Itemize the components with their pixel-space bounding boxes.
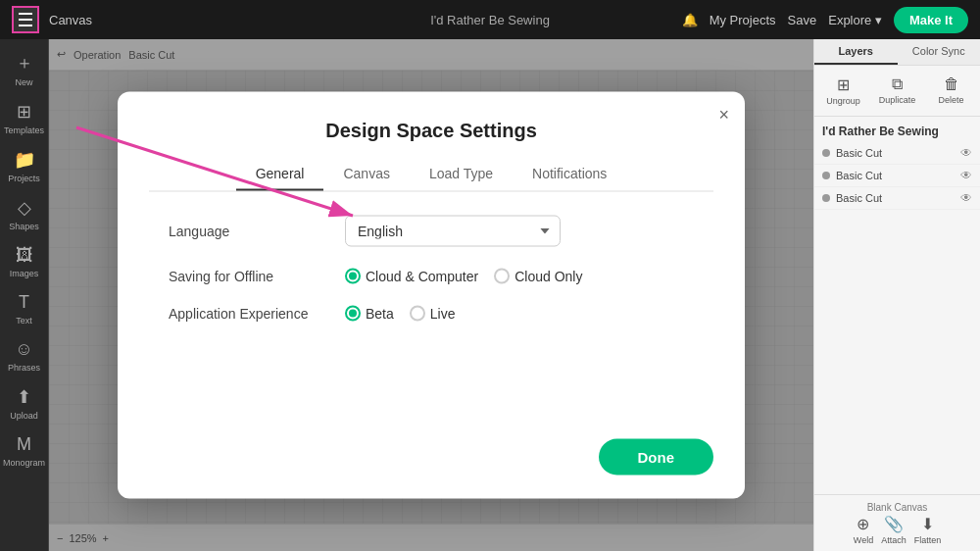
beta-label: Beta: [366, 306, 394, 322]
topbar-right: 🔔 My Projects Save Explore ▾ Make It: [682, 7, 968, 33]
eye-icon-1[interactable]: 👁: [960, 146, 972, 160]
projects-icon: 📁: [14, 149, 35, 171]
monogram-icon: M: [17, 434, 31, 455]
topbar-left: Canvas: [12, 6, 92, 33]
tab-notifications[interactable]: Notifications: [513, 158, 626, 191]
eye-icon-2[interactable]: 👁: [960, 169, 972, 182]
topbar: Canvas I'd Rather Be Sewing 🔔 My Project…: [0, 0, 980, 39]
cloud-only-option[interactable]: Cloud Only: [494, 269, 582, 284]
right-sidebar-actions: ⊞ Ungroup ⧉ Duplicate 🗑 Delete: [814, 66, 980, 117]
app-title: Canvas: [49, 13, 92, 27]
templates-icon: ⊞: [17, 101, 31, 123]
ungroup-button[interactable]: ⊞ Ungroup: [818, 72, 868, 110]
app-experience-control: Beta Live: [345, 306, 456, 322]
cloud-only-label: Cloud Only: [514, 269, 582, 284]
flatten-icon: ⬇: [921, 515, 934, 533]
make-it-button[interactable]: Make It: [894, 7, 968, 33]
app-experience-label: Application Experience: [169, 306, 345, 322]
done-button[interactable]: Done: [599, 439, 714, 476]
save-link[interactable]: Save: [788, 13, 817, 27]
hamburger-button[interactable]: [12, 6, 39, 33]
saving-offline-control: Cloud & Computer Cloud Only: [345, 269, 582, 284]
tab-general[interactable]: General: [236, 158, 324, 191]
live-radio[interactable]: [410, 306, 425, 322]
right-sidebar-bottom: Blank Canvas ⊕ Weld 📎 Attach ⬇ Flatten: [814, 494, 980, 551]
flatten-button[interactable]: ⬇ Flatten: [914, 515, 942, 545]
my-projects-link[interactable]: My Projects: [710, 13, 776, 27]
images-icon: 🖼: [16, 245, 33, 266]
upload-icon: ⬆: [17, 386, 31, 408]
right-tab-color-sync[interactable]: Color Sync: [898, 39, 981, 65]
duplicate-icon: ⧉: [892, 75, 903, 93]
weld-button[interactable]: ⊕ Weld: [854, 515, 873, 545]
main-layout: ＋ New ⊞ Templates 📁 Projects ◇ Shapes 🖼 …: [0, 39, 980, 551]
blank-canvas-label: Blank Canvas: [867, 502, 928, 513]
delete-button[interactable]: 🗑 Delete: [926, 72, 976, 110]
layer-group-title: I'd Rather Be Sewing: [814, 121, 980, 142]
canvas-area: ↩ Operation Basic Cut − 125% + × Design …: [49, 39, 813, 551]
tab-canvas[interactable]: Canvas: [323, 158, 409, 191]
attach-icon: 📎: [884, 515, 904, 533]
delete-icon: 🗑: [944, 75, 959, 93]
project-title: I'd Rather Be Sewing: [430, 13, 550, 27]
live-label: Live: [430, 306, 456, 322]
layer-list: I'd Rather Be Sewing Basic Cut 👁 Basic C…: [814, 117, 980, 494]
modal-title: Design Space Settings: [149, 120, 713, 142]
layer-dot-1: [822, 149, 830, 157]
modal-close-button[interactable]: ×: [718, 106, 729, 124]
sidebar-item-text[interactable]: T Text: [0, 286, 48, 331]
eye-icon-3[interactable]: 👁: [960, 191, 972, 205]
modal-tabs: General Canvas Load Type Notifications: [149, 158, 713, 192]
saving-offline-row: Saving for Offline Cloud & Computer Clou…: [169, 269, 694, 284]
ungroup-icon: ⊞: [837, 75, 850, 94]
attach-button[interactable]: 📎 Attach: [881, 515, 906, 545]
settings-modal: × Design Space Settings General Canvas L…: [118, 92, 745, 499]
tab-load-type[interactable]: Load Type: [410, 158, 513, 191]
sidebar-item-monogram[interactable]: M Monogram: [0, 428, 48, 474]
weld-icon: ⊕: [857, 515, 869, 533]
layer-item-1[interactable]: Basic Cut 👁: [814, 142, 980, 165]
cloud-computer-label: Cloud & Computer: [366, 269, 478, 284]
sidebar-item-phrases[interactable]: ☺ Phrases: [0, 333, 48, 378]
beta-radio[interactable]: [345, 306, 361, 322]
sidebar-item-new[interactable]: ＋ New: [0, 45, 48, 93]
sidebar-item-shapes[interactable]: ◇ Shapes: [0, 191, 48, 237]
live-option[interactable]: Live: [410, 306, 456, 322]
layer-item-3[interactable]: Basic Cut 👁: [814, 187, 980, 210]
cloud-only-radio[interactable]: [494, 269, 510, 284]
sidebar-item-projects[interactable]: 📁 Projects: [0, 143, 48, 189]
modal-footer: Done: [149, 439, 713, 476]
cloud-computer-option[interactable]: Cloud & Computer: [345, 269, 478, 284]
saving-offline-label: Saving for Offline: [169, 269, 345, 284]
modal-body: Language English Spanish French German S…: [149, 216, 713, 322]
phrases-icon: ☺: [15, 339, 32, 360]
explore-link[interactable]: Explore ▾: [828, 13, 882, 27]
sidebar-item-upload[interactable]: ⬆ Upload: [0, 380, 48, 426]
shapes-icon: ◇: [18, 197, 31, 219]
new-icon: ＋: [16, 51, 33, 75]
sidebar-item-templates[interactable]: ⊞ Templates: [0, 95, 48, 141]
left-sidebar: ＋ New ⊞ Templates 📁 Projects ◇ Shapes 🖼 …: [0, 39, 49, 551]
sidebar-item-images[interactable]: 🖼 Images: [0, 239, 48, 284]
right-sidebar: Layers Color Sync ⊞ Ungroup ⧉ Duplicate …: [813, 39, 980, 551]
right-sidebar-tabs: Layers Color Sync: [814, 39, 980, 66]
beta-option[interactable]: Beta: [345, 306, 394, 322]
layer-dot-2: [822, 172, 830, 179]
language-control: English Spanish French German: [345, 216, 561, 247]
app-experience-row: Application Experience Beta Live: [169, 306, 694, 322]
bell-icon[interactable]: 🔔: [682, 13, 698, 27]
language-select[interactable]: English Spanish French German: [345, 216, 561, 247]
layer-item-2[interactable]: Basic Cut 👁: [814, 165, 980, 187]
language-row: Language English Spanish French German: [169, 216, 694, 247]
language-label: Language: [169, 224, 345, 239]
text-icon: T: [19, 292, 29, 313]
bottom-tools: ⊕ Weld 📎 Attach ⬇ Flatten: [854, 515, 941, 545]
layer-dot-3: [822, 194, 830, 202]
cloud-computer-radio[interactable]: [345, 269, 361, 284]
right-tab-layers[interactable]: Layers: [814, 39, 898, 65]
duplicate-button[interactable]: ⧉ Duplicate: [872, 72, 922, 110]
